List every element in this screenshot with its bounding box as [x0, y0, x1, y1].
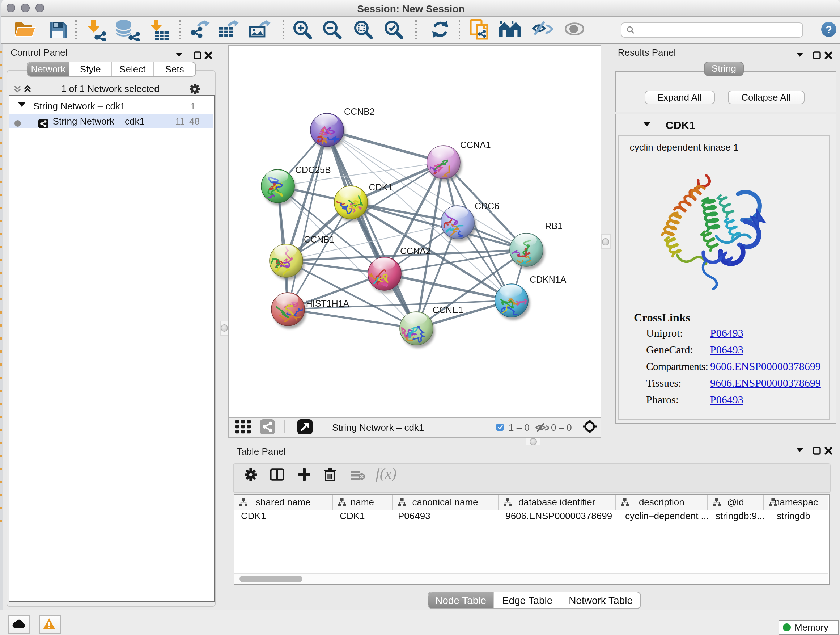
svg-text:CDK1: CDK1: [369, 182, 393, 192]
svg-text:CDC25B: CDC25B: [295, 165, 331, 174]
svg-text:CDC6: CDC6: [474, 201, 499, 211]
svg-text:CCNA1: CCNA1: [460, 139, 491, 149]
svg-text:CCNA2: CCNA2: [400, 245, 431, 256]
svg-text:CCNE1: CCNE1: [432, 304, 463, 315]
svg-text:RB1: RB1: [545, 220, 562, 231]
svg-text:CDKN1A: CDKN1A: [529, 274, 566, 284]
svg-text:HIST1H1A: HIST1H1A: [306, 298, 349, 308]
svg-text:CCNB1: CCNB1: [303, 234, 334, 244]
svg-text:CCNB2: CCNB2: [344, 106, 374, 116]
